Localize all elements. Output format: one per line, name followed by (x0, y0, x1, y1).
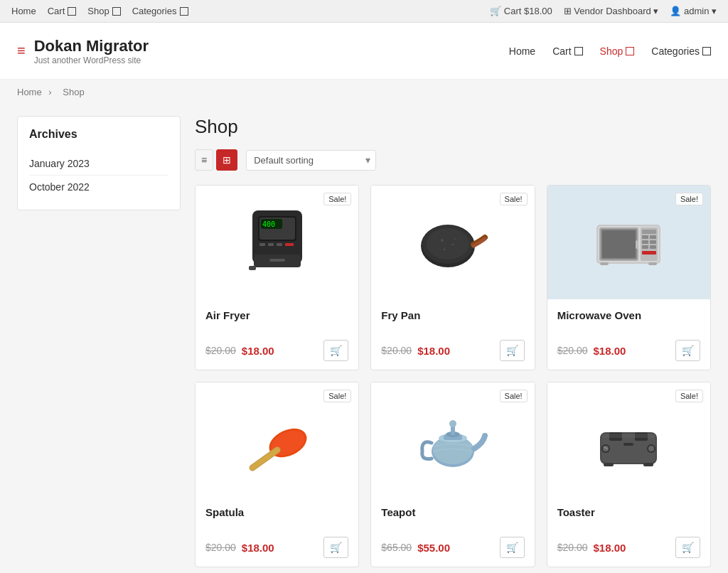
list-view-button[interactable]: ≡ (195, 149, 213, 171)
product-footer-air-fryer: $20.00 $18.00 🛒 (196, 334, 358, 370)
add-to-cart-spatula[interactable]: 🛒 (323, 537, 348, 558)
archives-title: Archives (29, 128, 168, 141)
price-wrap-teapot: $65.00 $55.00 (381, 542, 450, 554)
admin-bar-admin-user[interactable]: 👤 admin ▾ (670, 6, 717, 16)
price-wrap-toaster: $20.00 $18.00 (557, 542, 626, 554)
cart-box-icon (574, 47, 583, 55)
sale-badge-teapot: Sale! (500, 390, 528, 402)
admin-bar-vendor-dashboard[interactable]: ⊞ Vendor Dashboard ▾ (564, 6, 659, 16)
shop-box-icon (626, 47, 634, 55)
add-to-cart-toaster[interactable]: 🛒 (675, 537, 700, 558)
site-logo: ≡ Dokan Migrator Just another WordPress … (17, 37, 149, 65)
breadcrumb-home[interactable]: Home (17, 87, 42, 97)
svg-rect-34 (600, 262, 609, 265)
site-header: ≡ Dokan Migrator Just another WordPress … (0, 23, 728, 80)
sidebar: Archives January 2023 October 2022 (17, 116, 181, 567)
svg-rect-28 (650, 235, 656, 239)
sale-badge-spatula: Sale! (323, 390, 351, 402)
product-name-air-fryer: Air Fryer (205, 309, 348, 321)
svg-rect-31 (642, 245, 648, 249)
price-wrap-air-fryer: $20.00 $18.00 (205, 345, 274, 357)
svg-rect-11 (249, 266, 256, 270)
sale-badge-air-fryer: Sale! (323, 193, 351, 205)
admin-bar-cart-total[interactable]: 🛒 Cart $18.00 (490, 6, 552, 16)
svg-rect-10 (269, 259, 285, 262)
svg-rect-23 (602, 230, 636, 258)
nav-cart[interactable]: Cart (552, 45, 582, 57)
spatula-icon (238, 400, 316, 478)
product-image-fry-pan: Sale! (371, 186, 534, 299)
svg-rect-30 (650, 240, 656, 244)
view-toggle: ≡ ⊞ (195, 149, 237, 171)
air-fryer-icon: 400 (238, 203, 316, 282)
add-to-cart-microwave[interactable]: 🛒 (675, 340, 700, 361)
product-name-spatula: Spatula (205, 506, 348, 518)
admin-bar-cart-link[interactable]: Cart (48, 6, 77, 16)
archive-item: January 2023 (29, 152, 168, 176)
svg-rect-32 (650, 245, 656, 249)
svg-text:400: 400 (262, 220, 275, 228)
toaster-icon (589, 400, 668, 478)
svg-rect-3 (259, 243, 265, 246)
add-to-cart-teapot[interactable]: 🛒 (500, 537, 525, 558)
svg-rect-26 (642, 230, 656, 234)
product-info-spatula: Spatula (196, 496, 358, 531)
add-to-cart-air-fryer[interactable]: 🛒 (323, 340, 348, 361)
product-info-teapot: Teapot (371, 496, 534, 531)
product-card-air-fryer: 400 Sale! Air Fryer $20.00 $18.00 (195, 185, 359, 370)
sale-badge-toaster: Sale! (675, 390, 703, 402)
sale-badge-fry-pan: Sale! (500, 193, 528, 205)
product-name-teapot: Teapot (381, 506, 524, 518)
archive-oct-2022[interactable]: October 2022 (29, 181, 90, 193)
site-subtitle: Just another WordPress site (34, 55, 149, 65)
admin-bar-shop-link[interactable]: Shop (87, 6, 120, 16)
admin-bar-categories-link[interactable]: Categories (132, 6, 188, 16)
shop-content: Shop ≡ ⊞ Default sorting Sort by popular… (195, 116, 711, 567)
nav-home[interactable]: Home (509, 45, 535, 57)
product-name-fry-pan: Fry Pan (381, 309, 524, 321)
sale-badge-microwave: Sale! (675, 193, 703, 205)
sale-price-air-fryer: $18.00 (242, 345, 274, 357)
product-footer-fry-pan: $20.00 $18.00 🛒 (371, 334, 534, 370)
product-card-toaster: Sale! Toaster $20.00 $18.00 🛒 (547, 382, 711, 567)
sale-price-teapot: $55.00 (417, 542, 450, 554)
original-price-air-fryer: $20.00 (205, 345, 236, 356)
svg-rect-54 (623, 443, 633, 446)
price-wrap-microwave: $20.00 $18.00 (557, 345, 626, 357)
archive-list: January 2023 October 2022 (29, 152, 168, 198)
svg-point-44 (449, 420, 456, 427)
archive-jan-2023[interactable]: January 2023 (29, 158, 90, 169)
menu-icon[interactable]: ≡ (17, 43, 26, 59)
grid-view-button[interactable]: ⊞ (216, 149, 237, 171)
product-footer-spatula: $20.00 $18.00 🛒 (196, 531, 358, 567)
product-image-air-fryer: 400 Sale! (196, 186, 358, 299)
product-card-microwave: Sale! Microwave Oven $20.00 $18.00 🛒 (547, 185, 711, 370)
product-grid: 400 Sale! Air Fryer $20.00 $18.00 (195, 185, 711, 567)
product-footer-microwave: $20.00 $18.00 🛒 (547, 334, 710, 370)
admin-bar-home-link[interactable]: Home (11, 6, 36, 16)
product-info-air-fryer: Air Fryer (196, 299, 358, 334)
archive-item: October 2022 (29, 176, 168, 198)
svg-rect-29 (642, 240, 648, 244)
sort-select[interactable]: Default sorting Sort by popularity Sort … (246, 150, 376, 171)
shop-toolbar: ≡ ⊞ Default sorting Sort by popularity S… (195, 149, 711, 171)
add-to-cart-fry-pan[interactable]: 🛒 (500, 340, 525, 361)
product-name-toaster: Toaster (557, 506, 700, 518)
site-title: Dokan Migrator (34, 37, 149, 55)
breadcrumb: Home › Shop (0, 80, 728, 105)
svg-rect-56 (643, 463, 653, 466)
product-info-microwave: Microwave Oven (547, 299, 710, 334)
logo-text: Dokan Migrator Just another WordPress si… (34, 37, 149, 65)
nav-shop[interactable]: Shop (600, 45, 635, 57)
svg-rect-55 (604, 463, 614, 466)
price-wrap-fry-pan: $20.00 $18.00 (381, 345, 450, 357)
nav-categories[interactable]: Categories (651, 45, 711, 57)
svg-rect-33 (642, 251, 656, 255)
product-card-fry-pan: Sale! Fry Pan $20.00 $18.00 🛒 (370, 185, 535, 370)
svg-point-17 (443, 249, 445, 251)
teapot-icon (414, 400, 492, 478)
fry-pan-icon (414, 203, 492, 282)
sale-price-spatula: $18.00 (242, 542, 274, 554)
main-nav: Home Cart Shop Categories (509, 45, 711, 57)
product-image-spatula: Sale! (196, 382, 358, 496)
